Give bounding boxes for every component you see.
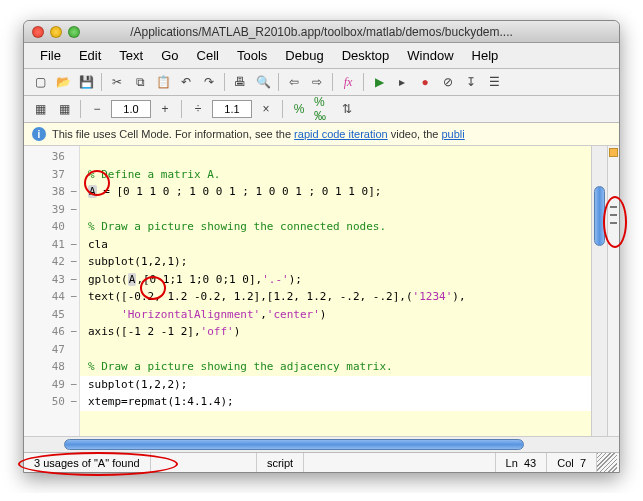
menu-debug[interactable]: Debug [277, 46, 331, 65]
print-icon[interactable]: 🖶 [230, 72, 250, 92]
cell-insert-icon[interactable]: % [289, 99, 309, 119]
menu-cell[interactable]: Cell [189, 46, 227, 65]
undo-icon[interactable]: ↶ [176, 72, 196, 92]
info-text-mid: video, the [388, 128, 442, 140]
message-mark[interactable] [610, 206, 617, 208]
close-button[interactable] [32, 26, 44, 38]
eval-cell-advance-icon[interactable]: ▦ [54, 99, 74, 119]
main-toolbar: ▢ 📂 💾 ✂ ⧉ 📋 ↶ ↷ 🖶 🔍 ⇦ ⇨ fx ▶ ▸ ● ⊘ ↧ ☰ [24, 69, 619, 96]
save-icon[interactable]: 💾 [76, 72, 96, 92]
status-usages: 3 usages of "A" found [24, 453, 151, 472]
status-col: Col 7 [547, 453, 597, 472]
menu-text[interactable]: Text [111, 46, 151, 65]
horizontal-scroll-thumb[interactable] [64, 439, 524, 450]
code-area[interactable]: % Define a matrix A.A = [0 1 1 0 ; 1 0 0… [80, 146, 591, 436]
menu-window[interactable]: Window [399, 46, 461, 65]
minimize-button[interactable] [50, 26, 62, 38]
divide-icon[interactable]: ÷ [188, 99, 208, 119]
new-file-icon[interactable]: ▢ [30, 72, 50, 92]
zoom-button[interactable] [68, 26, 80, 38]
cell-divider-icon[interactable]: %‰ [313, 99, 333, 119]
message-strip[interactable] [607, 146, 619, 436]
cut-icon[interactable]: ✂ [107, 72, 127, 92]
stack-icon[interactable]: ☰ [484, 72, 504, 92]
menu-help[interactable]: Help [464, 46, 507, 65]
editor-window: /Applications/MATLAB_R2010b.app/toolbox/… [23, 20, 620, 473]
status-bar: 3 usages of "A" found script Ln 43 Col 7 [24, 452, 619, 472]
menu-desktop[interactable]: Desktop [334, 46, 398, 65]
run-advance-icon[interactable]: ▸ [392, 72, 412, 92]
info-link-publish[interactable]: publi [442, 128, 465, 140]
times-icon[interactable]: × [256, 99, 276, 119]
multiply-value[interactable]: 1.1 [212, 100, 252, 118]
resize-handle[interactable] [597, 453, 617, 472]
eval-cell-icon[interactable]: ▦ [30, 99, 50, 119]
plus-icon[interactable]: + [155, 99, 175, 119]
breakpoint-icon[interactable]: ● [415, 72, 435, 92]
info-link-rapid[interactable]: rapid code iteration [294, 128, 388, 140]
step-icon[interactable]: ↧ [461, 72, 481, 92]
message-mark[interactable] [610, 222, 617, 224]
open-file-icon[interactable]: 📂 [53, 72, 73, 92]
minus-icon[interactable]: − [87, 99, 107, 119]
vertical-scroll-thumb[interactable] [594, 186, 605, 246]
vertical-scrollbar[interactable] [591, 146, 607, 436]
find-icon[interactable]: 🔍 [253, 72, 273, 92]
bookmark-back-icon[interactable]: ⇦ [284, 72, 304, 92]
info-bar: i This file uses Cell Mode. For informat… [24, 123, 619, 146]
code-analyzer-status-icon[interactable] [609, 148, 618, 157]
line-gutter: 363738394041424344454647484950 [24, 146, 80, 436]
message-mark[interactable] [610, 214, 617, 216]
status-line: Ln 43 [496, 453, 548, 472]
horizontal-scrollbar[interactable] [24, 436, 619, 452]
info-icon: i [32, 127, 46, 141]
cell-toolbar: ▦ ▦ − 1.0 + ÷ 1.1 × % %‰ ⇅ [24, 96, 619, 123]
function-hint-icon[interactable]: fx [338, 72, 358, 92]
redo-icon[interactable]: ↷ [199, 72, 219, 92]
copy-icon[interactable]: ⧉ [130, 72, 150, 92]
info-text-prefix: This file uses Cell Mode. For informatio… [52, 128, 294, 140]
status-filetype: script [257, 453, 304, 472]
clear-breakpoints-icon[interactable]: ⊘ [438, 72, 458, 92]
menu-edit[interactable]: Edit [71, 46, 109, 65]
menu-go[interactable]: Go [153, 46, 186, 65]
window-title: /Applications/MATLAB_R2010b.app/toolbox/… [24, 25, 619, 39]
menu-bar: File Edit Text Go Cell Tools Debug Deskt… [24, 43, 619, 69]
titlebar: /Applications/MATLAB_R2010b.app/toolbox/… [24, 21, 619, 43]
code-editor[interactable]: 363738394041424344454647484950 % Define … [24, 146, 619, 436]
run-icon[interactable]: ▶ [369, 72, 389, 92]
paste-icon[interactable]: 📋 [153, 72, 173, 92]
cell-nav-icon[interactable]: ⇅ [337, 99, 357, 119]
menu-tools[interactable]: Tools [229, 46, 275, 65]
menu-file[interactable]: File [32, 46, 69, 65]
bookmark-fwd-icon[interactable]: ⇨ [307, 72, 327, 92]
increment-value[interactable]: 1.0 [111, 100, 151, 118]
